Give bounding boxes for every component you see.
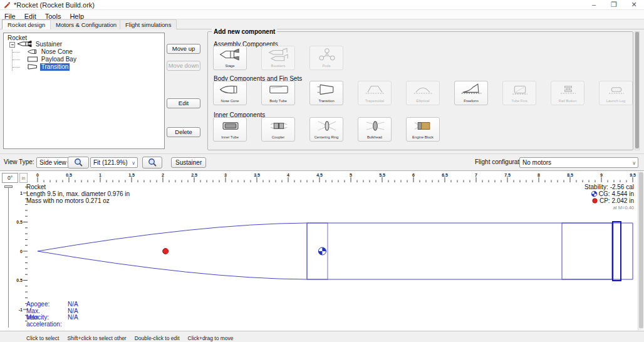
move-down-button: Move down bbox=[167, 61, 200, 71]
cg-line: CG: 4.544 in bbox=[584, 190, 634, 197]
component-button-nose-cone[interactable]: Nose Cone bbox=[213, 81, 247, 105]
cg-icon bbox=[591, 190, 598, 197]
svg-text:9: 9 bbox=[600, 173, 603, 177]
tab-rocket-design[interactable]: Rocket design bbox=[2, 19, 51, 29]
tab-motors-configuration[interactable]: Motors & Configuration bbox=[50, 19, 122, 29]
component-button-rail-button: Rail Button bbox=[551, 81, 584, 105]
cp-icon bbox=[591, 197, 598, 204]
zoom-in-button[interactable] bbox=[68, 157, 89, 168]
svg-text:7.5: 7.5 bbox=[504, 173, 511, 177]
rotation-angle-box: 0° bbox=[2, 173, 18, 183]
component-tree[interactable]: Rocket Sustainer bbox=[3, 33, 165, 149]
component-button-elliptical: Elliptical bbox=[406, 81, 440, 105]
diagram-scrollbar[interactable] bbox=[638, 172, 643, 330]
svg-text:6: 6 bbox=[412, 173, 415, 177]
nose-cone-icon bbox=[28, 49, 38, 54]
stage-icon bbox=[214, 47, 246, 62]
magnifier-icon bbox=[143, 157, 162, 168]
component-button-bulkhead[interactable]: Bulkhead bbox=[358, 117, 392, 142]
rocket-side-view[interactable] bbox=[19, 182, 638, 331]
freeform-icon bbox=[455, 82, 487, 97]
edit-button[interactable]: Edit bbox=[167, 98, 200, 108]
close-button[interactable]: ✕ bbox=[624, 0, 644, 10]
view-type-label: View Type: bbox=[4, 158, 34, 165]
bulkhead-icon bbox=[358, 118, 391, 133]
menu-bar: FileEditToolsHelp bbox=[0, 10, 644, 19]
zoom-level-select[interactable]: Fit (121.9%) bbox=[90, 157, 138, 168]
tubefins-icon bbox=[503, 82, 536, 97]
tree-item-payload-bay[interactable]: Payload Bay bbox=[4, 56, 164, 63]
apogee-label: Apogee: bbox=[26, 301, 49, 308]
tree-item-transition[interactable]: Transition bbox=[4, 63, 164, 71]
panel-title: Add new component bbox=[212, 28, 277, 35]
rocket-info: Rocket Length 9.5 in, max. diameter 0.97… bbox=[26, 184, 130, 204]
rotation-slider-handle[interactable] bbox=[4, 185, 13, 188]
component-button-engine-block[interactable]: Engine Block bbox=[406, 117, 440, 142]
svg-text:9.5: 9.5 bbox=[630, 173, 636, 177]
component-button-tube-fins: Tube Fins bbox=[502, 81, 536, 105]
status-hint: Shift+click to select other bbox=[67, 333, 126, 342]
zoom-out-button[interactable] bbox=[142, 157, 162, 168]
openrocket-window: *Rocket (Rocket Build.ork) – ❐ ✕ FileEdi… bbox=[0, 0, 644, 342]
selected-transition-component[interactable] bbox=[613, 222, 621, 281]
svg-text:2: 2 bbox=[162, 173, 164, 177]
stage-icon bbox=[18, 41, 33, 47]
tab-bar: Rocket design Motors & Configuration Fli… bbox=[0, 19, 644, 29]
maximize-button[interactable]: ❐ bbox=[604, 0, 624, 10]
component-button-pods: Pods bbox=[309, 46, 343, 70]
horizontal-ruler: 00.511.522.533.544.555.566.577.588.599.5 bbox=[19, 172, 638, 183]
rocket-diagram[interactable]: 0° in 00.511.522.533.544.555.566.577.588… bbox=[0, 170, 644, 331]
cg-marker bbox=[318, 247, 326, 255]
transition-fore-shoulder bbox=[562, 223, 612, 279]
svg-text:8.5: 8.5 bbox=[567, 173, 573, 177]
stability-info: Stability: -2.56 cal CG: 4.544 in CP: 2.… bbox=[584, 184, 634, 211]
component-button-coupler[interactable]: Coupler bbox=[261, 117, 295, 142]
centeringring-icon bbox=[310, 118, 343, 133]
rotation-slider-track[interactable] bbox=[8, 187, 9, 328]
component-button-freeform[interactable]: Freeform bbox=[454, 81, 488, 105]
rocket-name: Rocket bbox=[26, 184, 130, 190]
railbutton-icon bbox=[551, 82, 584, 97]
svg-text:2.5: 2.5 bbox=[191, 173, 197, 177]
component-button-transition[interactable]: Transition bbox=[309, 81, 343, 105]
tree-item-rocket[interactable]: Rocket bbox=[4, 33, 164, 41]
selected-tree-item: Transition bbox=[40, 63, 70, 71]
view-toolbar: View Type: Side view Fit (121.9%) Sustai… bbox=[0, 153, 644, 170]
minimize-button[interactable]: – bbox=[584, 0, 604, 10]
delete-button[interactable]: Delete bbox=[167, 127, 200, 137]
component-button-trapezoidal: Trapezoidal bbox=[358, 81, 392, 105]
svg-text:4.5: 4.5 bbox=[316, 173, 323, 177]
component-button-body-tube[interactable]: Body Tube bbox=[261, 81, 295, 105]
svg-text:4: 4 bbox=[287, 173, 289, 177]
svg-text:1: 1 bbox=[99, 173, 101, 177]
innertube-icon bbox=[214, 118, 246, 133]
svg-text:7: 7 bbox=[475, 173, 477, 177]
engineblock-icon bbox=[407, 118, 439, 133]
mach-condition: at M=0.40 bbox=[584, 204, 634, 211]
component-panel-scrollbar[interactable] bbox=[635, 31, 640, 150]
tree-item-nose-cone[interactable]: Nose Cone bbox=[4, 48, 164, 56]
svg-text:0.5: 0.5 bbox=[66, 173, 72, 177]
component-button-launch-lug: Launch Lug bbox=[599, 81, 633, 105]
tab-flight-simulations[interactable]: Flight simulations bbox=[120, 19, 177, 29]
body-tube-icon bbox=[28, 56, 38, 62]
transition-icon bbox=[28, 64, 38, 70]
stage-sustainer-button[interactable]: Sustainer bbox=[171, 157, 206, 168]
boosters-icon bbox=[262, 47, 294, 62]
move-up-button[interactable]: Move up bbox=[167, 44, 200, 54]
collapse-icon[interactable] bbox=[9, 42, 15, 48]
component-button-centering-ring[interactable]: Centering Ring bbox=[309, 117, 343, 142]
flight-configuration-select[interactable]: No motors bbox=[519, 157, 638, 168]
tree-item-sustainer[interactable]: Sustainer bbox=[4, 41, 164, 48]
title-bar: *Rocket (Rocket Build.ork) – ❐ ✕ bbox=[0, 0, 644, 10]
svg-text:6.5: 6.5 bbox=[442, 173, 448, 177]
window-title: *Rocket (Rocket Build.ork) bbox=[14, 1, 95, 9]
status-hint: Double-click to edit bbox=[135, 333, 180, 342]
bodytube-icon bbox=[262, 82, 294, 97]
svg-text:8: 8 bbox=[538, 173, 540, 177]
rocket-mass: Mass with no motors 0.271 oz bbox=[26, 197, 130, 204]
component-button-inner-tube[interactable]: Inner Tube bbox=[213, 117, 247, 142]
component-button-stage[interactable]: Stage bbox=[213, 46, 247, 70]
max-acceleration-label: Max. acceleration: bbox=[26, 314, 62, 328]
svg-text:0: 0 bbox=[36, 173, 39, 177]
